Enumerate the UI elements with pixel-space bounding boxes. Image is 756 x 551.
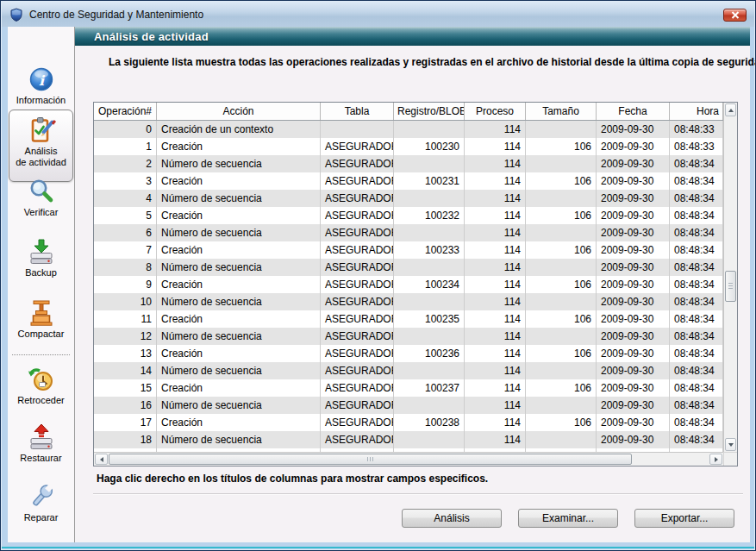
table-row[interactable]: 8Número de secuenciaASEGURADOR1142009-09…: [94, 259, 723, 276]
table-row[interactable]: 13CreaciónASEGURADOR1002361141062009-09-…: [94, 345, 723, 362]
rollback-icon: [27, 364, 56, 395]
cell-operation: 3: [94, 172, 157, 190]
sidebar-item-repair[interactable]: Reparar: [9, 479, 73, 523]
close-button[interactable]: [723, 9, 747, 22]
cell-operation: 14: [94, 362, 157, 379]
backup-icon: [27, 236, 56, 267]
column-header-registro[interactable]: Registro/BLOB: [394, 103, 465, 120]
cell-proceso: 114: [465, 414, 526, 431]
window-title: Centro de Seguridad y Mantenimiento: [29, 9, 203, 21]
horizontal-scrollbar[interactable]: [94, 452, 723, 466]
cell-proceso: 114: [465, 431, 526, 448]
cell-action: Creación: [157, 172, 321, 190]
sidebar-item-rollback[interactable]: Retroceder: [9, 361, 73, 406]
cell-tabla: ASEGURADOR: [321, 397, 394, 414]
vertical-scrollbar[interactable]: [723, 103, 737, 452]
cell-fecha: 2009-09-30: [597, 310, 670, 328]
column-header-action[interactable]: Acción: [157, 103, 321, 120]
arrow-up-icon: [728, 109, 734, 112]
cell-fecha: 2009-09-30: [597, 172, 670, 190]
cell-hora: 08:48:34: [670, 241, 723, 259]
cell-hora: 08:48:34: [670, 310, 723, 328]
column-header-hora[interactable]: Hora: [670, 103, 723, 120]
sidebar-item-restore[interactable]: Restaurar: [9, 419, 73, 464]
cell-fecha: 2009-09-30: [597, 345, 670, 362]
vertical-scroll-thumb[interactable]: [725, 271, 736, 302]
table-row[interactable]: 0Creación de un contexto1142009-09-3008:…: [94, 121, 723, 138]
cell-tamano: 106: [526, 172, 597, 190]
table-row[interactable]: 10Número de secuenciaASEGURADOR1142009-0…: [94, 293, 723, 310]
cell-registro: 100230: [394, 138, 465, 155]
scroll-up-button[interactable]: [725, 103, 736, 116]
cell-fecha: 2009-09-30: [597, 155, 670, 172]
horizontal-scroll-thumb[interactable]: [109, 454, 632, 465]
cell-operation: 7: [94, 241, 157, 259]
table-row[interactable]: 1CreaciónASEGURADOR1002301141062009-09-3…: [94, 138, 723, 155]
sidebar-item-backup[interactable]: Backup: [9, 234, 73, 279]
cell-operation: 9: [94, 276, 157, 293]
client-area: iInformaciónAnálisisde actividadVerifica…: [8, 27, 750, 542]
cell-tabla: ASEGURADOR: [321, 190, 394, 207]
footer-hint-text: Haga clic derecho en los títulos de colu…: [97, 473, 734, 485]
sidebar-item-activity[interactable]: Análisisde actividad: [9, 110, 73, 182]
table-row[interactable]: 11CreaciónASEGURADOR1002351141062009-09-…: [94, 310, 723, 328]
column-header-tamano[interactable]: Tamaño: [526, 103, 597, 120]
sidebar-item-info[interactable]: iInformación: [9, 61, 73, 106]
title-bar[interactable]: Centro de Seguridad y Mantenimiento: [2, 2, 754, 27]
cell-hora: 08:48:34: [670, 224, 723, 241]
table-row[interactable]: 17CreaciónASEGURADOR1002381141062009-09-…: [94, 414, 723, 431]
scroll-left-button[interactable]: [95, 454, 108, 465]
table-row[interactable]: 3CreaciónASEGURADOR1002311141062009-09-3…: [94, 172, 723, 190]
table-header: Operación#AcciónTablaRegistro/BLOBProces…: [94, 103, 723, 121]
table-row[interactable]: 15CreaciónASEGURADOR1002371141062009-09-…: [94, 379, 723, 397]
table-row[interactable]: 2Número de secuenciaASEGURADOR1142009-09…: [94, 155, 723, 172]
cell-action: Número de secuencia: [157, 259, 321, 276]
cell-fecha: 2009-09-30: [597, 293, 670, 310]
cell-fecha: 2009-09-30: [597, 362, 670, 379]
cell-registro: 100231: [394, 172, 465, 190]
cell-tamano: [526, 155, 597, 172]
browse-button[interactable]: Examinar...: [518, 509, 618, 528]
cell-registro: [394, 155, 465, 172]
column-header-operation[interactable]: Operación#: [94, 103, 157, 120]
activity-table: Operación#AcciónTablaRegistro/BLOBProces…: [93, 102, 738, 466]
table-row[interactable]: 16Número de secuenciaASEGURADOR1142009-0…: [94, 397, 723, 414]
table-row[interactable]: 6Número de secuenciaASEGURADOR1142009-09…: [94, 224, 723, 241]
cell-registro: [394, 259, 465, 276]
cell-action: Creación: [157, 310, 321, 328]
cell-registro: [394, 293, 465, 310]
table-body: 0Creación de un contexto1142009-09-3008:…: [94, 121, 723, 452]
table-row[interactable]: 4Número de secuenciaASEGURADOR1142009-09…: [94, 190, 723, 207]
sidebar-item-compact[interactable]: Compactar: [9, 295, 73, 340]
window-bottom-accent: [2, 547, 754, 548]
table-row[interactable]: 5CreaciónASEGURADOR1002321141062009-09-3…: [94, 207, 723, 224]
table-row[interactable]: 14Número de secuenciaASEGURADOR1142009-0…: [94, 362, 723, 379]
cell-tabla: ASEGURADOR: [321, 379, 394, 397]
cell-operation: 18: [94, 431, 157, 448]
cell-proceso: 114: [465, 190, 526, 207]
cell-registro: [394, 431, 465, 448]
table-row[interactable]: 18Número de secuenciaASEGURADOR1142009-0…: [94, 431, 723, 448]
cell-proceso: 114: [465, 276, 526, 293]
analysis-button[interactable]: Análisis: [402, 509, 502, 528]
sidebar-item-verify[interactable]: Verificar: [9, 173, 73, 218]
table-row[interactable]: 9CreaciónASEGURADOR1002341141062009-09-3…: [94, 276, 723, 293]
cell-operation: 13: [94, 345, 157, 362]
cell-tamano: [526, 259, 597, 276]
column-header-fecha[interactable]: Fecha: [597, 103, 670, 120]
table-row[interactable]: 12Número de secuenciaASEGURADOR1142009-0…: [94, 328, 723, 345]
cell-action: Creación: [157, 379, 321, 397]
export-button[interactable]: Exportar...: [634, 509, 734, 528]
cell-fecha: 2009-09-30: [597, 207, 670, 224]
cell-tamano: [526, 397, 597, 414]
scroll-down-button[interactable]: [725, 438, 736, 451]
cell-proceso: 114: [465, 379, 526, 397]
table-row[interactable]: 7CreaciónASEGURADOR1002331141062009-09-3…: [94, 241, 723, 259]
cell-operation: 10: [94, 293, 157, 310]
cell-tabla: ASEGURADOR: [321, 293, 394, 310]
column-header-tabla[interactable]: Tabla: [321, 103, 394, 120]
cell-tamano: [526, 328, 597, 345]
column-header-proceso[interactable]: Proceso: [465, 103, 526, 120]
cell-hora: 08:48:34: [670, 328, 723, 345]
scroll-right-button[interactable]: [709, 454, 722, 465]
